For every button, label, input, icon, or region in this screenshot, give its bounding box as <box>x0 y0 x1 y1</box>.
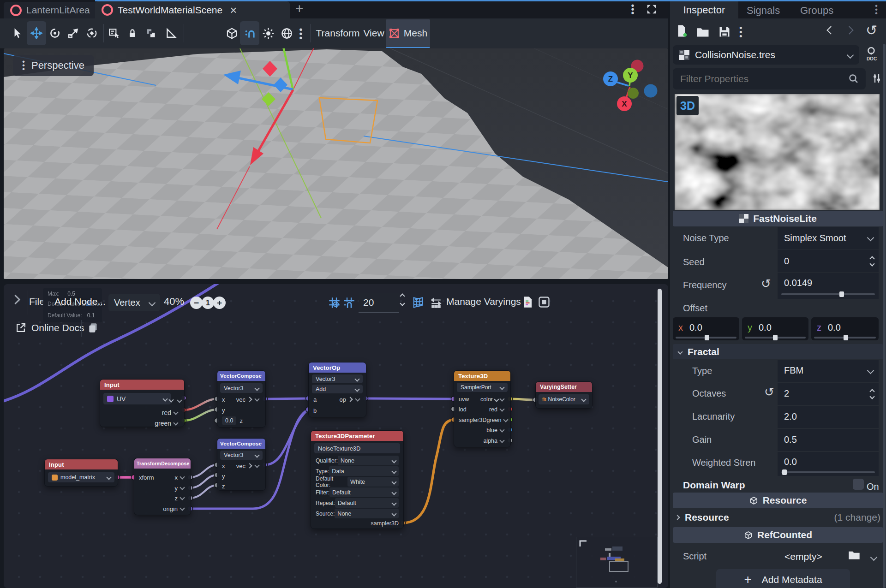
resource-options-menu[interactable]: ••• <box>739 26 742 38</box>
manage-varyings-button[interactable]: Manage Varyings <box>446 296 521 307</box>
property-tools-button[interactable] <box>871 73 882 84</box>
zoom-out-button[interactable]: − <box>190 297 203 309</box>
viewport-options-menu[interactable]: ••• <box>297 21 305 45</box>
history-forward-button[interactable] <box>846 27 852 35</box>
scene-tab-testworldmaterialscene[interactable]: TestWorldMaterialScene × <box>95 1 290 18</box>
preview-shader-button[interactable] <box>412 296 425 309</box>
spinner-icon[interactable] <box>870 390 874 398</box>
file-menu[interactable]: File <box>29 296 45 307</box>
property-value-fractal-type[interactable]: FBM <box>778 360 879 382</box>
type-dropdown[interactable]: Vector3 <box>220 451 263 460</box>
uv-input-dropdown[interactable]: UV <box>103 393 171 404</box>
weighted-strength-slider[interactable] <box>781 471 875 473</box>
type-dropdown[interactable]: Vector3 <box>220 383 263 393</box>
snap-toggle-graph-button[interactable] <box>343 297 355 309</box>
offset-z-slider[interactable] <box>814 337 876 339</box>
zoom-in-button[interactable]: + <box>213 297 226 309</box>
domain-warp-checkbox[interactable] <box>853 479 864 490</box>
mesh-menu[interactable]: Mesh <box>386 19 430 48</box>
script-options-chevron[interactable] <box>871 553 876 562</box>
rotate-tool-button[interactable] <box>48 21 62 45</box>
snap-toggle-button[interactable] <box>240 21 259 45</box>
move-tool-button[interactable] <box>27 21 46 45</box>
scale-tool-button[interactable] <box>66 21 80 45</box>
resource-pill[interactable]: CollisionNoise.tres <box>673 45 859 65</box>
preview-environment-button[interactable] <box>280 21 293 45</box>
copy-preview-button[interactable] <box>87 322 99 334</box>
close-icon[interactable]: × <box>230 6 237 15</box>
property-value-frequency[interactable]: 0.0149 <box>778 273 879 299</box>
node-varying-setter[interactable]: VaryingSetter flt NoiseColor <box>535 381 593 409</box>
list-select-button[interactable] <box>107 21 121 45</box>
expand-viewport-icon[interactable] <box>645 3 658 16</box>
resource-category-bar[interactable]: Resource <box>673 493 883 508</box>
node-texture3d[interactable]: Texture3D SamplerPort uvw color lod red … <box>454 370 511 447</box>
inspector-scrollbar[interactable] <box>883 44 886 588</box>
graph-minimap[interactable] <box>576 537 658 588</box>
fractal-section-header[interactable]: Fractal <box>673 344 883 359</box>
transform-tool-button[interactable] <box>85 21 99 45</box>
filter-properties-input[interactable] <box>679 73 848 85</box>
node-input-model-matrix[interactable]: Input model_matrix <box>44 459 118 487</box>
graph-scrollbar[interactable] <box>658 289 662 584</box>
history-icon[interactable]: ↺ <box>866 22 877 38</box>
varying-dropdown[interactable]: flt NoiseColor <box>539 394 589 404</box>
param-dropdown[interactable]: Default <box>335 498 399 508</box>
perspective-menu[interactable]: ••• Perspective <box>13 55 94 76</box>
property-value-octaves[interactable]: 2 <box>778 383 879 405</box>
select-tool-button[interactable] <box>10 21 24 45</box>
snap-step-field[interactable]: 20 <box>359 293 399 313</box>
offset-y-field[interactable]: y 0.0 <box>742 317 808 340</box>
frequency-slider[interactable] <box>781 293 875 295</box>
param-dropdown[interactable]: Default <box>329 487 399 497</box>
port-expand-icon[interactable] <box>177 398 182 403</box>
snap-step-spinner[interactable] <box>401 294 404 305</box>
online-docs-button[interactable]: Online Docs <box>15 322 84 333</box>
tab-inspector[interactable]: Inspector <box>670 1 738 18</box>
param-dropdown[interactable]: None <box>335 509 399 518</box>
spinner-icon[interactable] <box>870 257 874 266</box>
property-value-weighted-strength[interactable]: 0.0 <box>778 452 879 476</box>
param-dropdown[interactable]: White <box>347 477 399 487</box>
node-vector-compose-1[interactable]: VectorCompose Vector3 x vec y 0.0 z <box>217 370 266 428</box>
snap-grid-button[interactable] <box>328 297 341 309</box>
ruler-button[interactable] <box>163 21 178 45</box>
op-dropdown[interactable]: Add <box>312 385 363 393</box>
add-metadata-button[interactable]: + Add Metadata <box>716 569 850 588</box>
add-node-button[interactable]: Add Node... <box>54 296 106 307</box>
offset-y-slider[interactable] <box>745 337 806 339</box>
script-value[interactable]: <empty> <box>784 551 822 562</box>
shader-mode-dropdown[interactable]: Vertex <box>108 294 160 311</box>
source-dropdown[interactable]: SamplerPort <box>457 383 508 392</box>
model-matrix-dropdown[interactable]: model_matrix <box>48 472 114 482</box>
property-value-gain[interactable]: 0.5 <box>778 429 879 451</box>
property-value-lacunarity[interactable]: 2.0 <box>778 406 879 428</box>
dock-menu-icon[interactable]: ••• <box>875 4 878 15</box>
refcounted-category-bar[interactable]: RefCounted <box>673 527 883 543</box>
viewport-3d[interactable]: Y Z X ••• Perspective <box>4 48 668 279</box>
history-back-button[interactable] <box>828 27 834 35</box>
panel-expand-button[interactable] <box>12 296 19 305</box>
tab-groups[interactable]: Groups <box>800 5 833 17</box>
offset-x-field[interactable]: x 0.0 <box>673 317 739 340</box>
node-texture3d-parameter[interactable]: Texture3DParameter NoiseTexture3D Qualif… <box>311 430 404 529</box>
parameter-name-field[interactable]: NoiseTexture3D <box>314 443 400 453</box>
z-default-field[interactable]: 0.0 <box>222 416 236 425</box>
node-transform-decompose[interactable]: TransformDecompose xform x y z origin <box>134 458 191 515</box>
resource-section-row[interactable]: Resource (1 change) <box>673 510 883 525</box>
node-vector-op[interactable]: VectorOp Vector3 Add a op b <box>308 362 366 417</box>
property-value-noise-type[interactable]: Simplex Smoot <box>778 227 879 249</box>
view-menu[interactable]: View <box>364 21 384 45</box>
param-dropdown[interactable]: Data <box>329 466 399 476</box>
script-load-button[interactable] <box>848 549 861 562</box>
param-dropdown[interactable]: None <box>338 456 399 465</box>
zoom-reset-button[interactable]: 1 <box>202 297 214 309</box>
lock-button[interactable] <box>126 21 139 45</box>
shader-code-button[interactable] <box>521 296 534 309</box>
node-input-uv[interactable]: Input UV red green <box>100 379 185 427</box>
new-tab-button[interactable]: + <box>295 1 304 17</box>
preview-sun-button[interactable] <box>261 21 275 45</box>
offset-z-field[interactable]: z 0.0 <box>811 317 879 340</box>
float-window-button[interactable] <box>538 296 551 309</box>
viewport-menu-icon[interactable]: ••• <box>630 4 635 15</box>
